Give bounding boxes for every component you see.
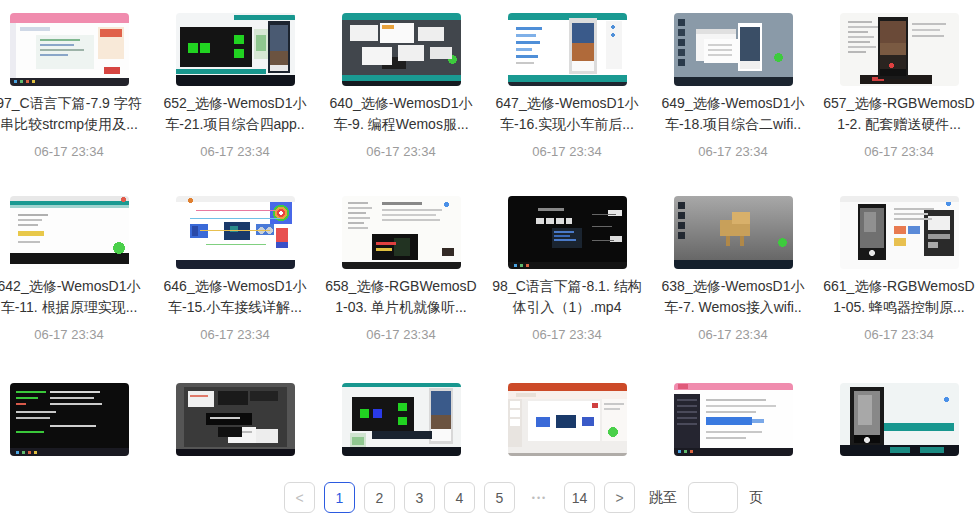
page-button-1[interactable]: 1: [324, 482, 355, 513]
video-title: 649_选修-WemosD1小车-18.项目综合二wifi..: [657, 93, 809, 135]
video-thumbnail[interactable]: [342, 196, 461, 269]
video-title: 638_选修-WemosD1小车-7. Wemos接入wifi..: [657, 276, 809, 318]
video-title: 657_选修-RGBWemosD1-2. 配套赠送硬件...: [823, 93, 975, 135]
video-card[interactable]: 657_选修-RGBWemosD1-2. 配套赠送硬件... 06-17 23:…: [816, 13, 976, 159]
video-date: 06-17 23:34: [0, 144, 152, 159]
video-thumbnail[interactable]: [342, 383, 461, 456]
video-thumbnail[interactable]: [10, 383, 129, 456]
video-thumbnail[interactable]: [674, 196, 793, 269]
video-grid-row-1: 97_C语言下篇-7.9 字符串比较strcmp使用及... 06-17 23:…: [0, 13, 976, 159]
video-thumbnail[interactable]: [176, 383, 295, 456]
video-date: 06-17 23:34: [816, 144, 976, 159]
video-thumbnail[interactable]: [342, 13, 461, 86]
video-card[interactable]: 638_选修-WemosD1小车-7. Wemos接入wifi.. 06-17 …: [650, 196, 816, 342]
video-card[interactable]: 652_选修-WemosD1小车-21.项目综合四app.. 06-17 23:…: [152, 13, 318, 159]
video-thumbnail[interactable]: [176, 196, 295, 269]
pagination-ellipsis[interactable]: •••: [524, 493, 555, 503]
page-button-3[interactable]: 3: [404, 482, 435, 513]
video-title: 640_选修-WemosD1小车-9. 编程Wemos服...: [325, 93, 477, 135]
video-grid-row-2: 642_选修-WemosD1小车-11. 根据原理实现... 06-17 23:…: [0, 196, 976, 342]
video-card[interactable]: [650, 383, 816, 456]
video-card[interactable]: 661_选修-RGBWemosD1-05. 蜂鸣器控制原... 06-17 23…: [816, 196, 976, 342]
video-title: 98_C语言下篇-8.1. 结构体引入（1）.mp4: [491, 276, 643, 318]
page-button-5[interactable]: 5: [484, 482, 515, 513]
video-thumbnail[interactable]: [508, 196, 627, 269]
video-date: 06-17 23:34: [484, 327, 650, 342]
video-date: 06-17 23:34: [152, 144, 318, 159]
jump-page-input[interactable]: [688, 482, 738, 513]
video-title: 642_选修-WemosD1小车-11. 根据原理实现...: [0, 276, 145, 318]
video-date: 06-17 23:34: [484, 144, 650, 159]
video-card[interactable]: 97_C语言下篇-7.9 字符串比较strcmp使用及... 06-17 23:…: [0, 13, 152, 159]
video-card[interactable]: 647_选修-WemosD1小车-16.实现小车前后... 06-17 23:3…: [484, 13, 650, 159]
video-card[interactable]: 658_选修-RGBWemosD1-03. 单片机就像听... 06-17 23…: [318, 196, 484, 342]
video-date: 06-17 23:34: [0, 327, 152, 342]
video-date: 06-17 23:34: [318, 327, 484, 342]
video-thumbnail[interactable]: [840, 13, 959, 86]
video-card[interactable]: 640_选修-WemosD1小车-9. 编程Wemos服... 06-17 23…: [318, 13, 484, 159]
video-date: 06-17 23:34: [152, 327, 318, 342]
video-thumbnail[interactable]: [674, 13, 793, 86]
video-card[interactable]: 649_选修-WemosD1小车-18.项目综合二wifi.. 06-17 23…: [650, 13, 816, 159]
video-thumbnail[interactable]: [10, 196, 129, 269]
video-title: 652_选修-WemosD1小车-21.项目综合四app..: [159, 93, 311, 135]
video-title: 97_C语言下篇-7.9 字符串比较strcmp使用及...: [0, 93, 145, 135]
jump-to-label: 跳至: [649, 489, 677, 507]
video-grid-row-3: [0, 383, 976, 456]
video-thumbnail[interactable]: [508, 13, 627, 86]
video-thumbnail[interactable]: [176, 13, 295, 86]
video-title: 661_选修-RGBWemosD1-05. 蜂鸣器控制原...: [823, 276, 975, 318]
video-title: 658_选修-RGBWemosD1-03. 单片机就像听...: [325, 276, 477, 318]
video-title: 646_选修-WemosD1小车-15.小车接线详解...: [159, 276, 311, 318]
video-card[interactable]: [318, 383, 484, 456]
video-date: 06-17 23:34: [650, 327, 816, 342]
video-thumbnail[interactable]: [10, 13, 129, 86]
video-card[interactable]: 646_选修-WemosD1小车-15.小车接线详解... 06-17 23:3…: [152, 196, 318, 342]
video-thumbnail[interactable]: [508, 383, 627, 456]
video-card[interactable]: [484, 383, 650, 456]
next-page-button[interactable]: >: [604, 482, 635, 513]
video-title: 647_选修-WemosD1小车-16.实现小车前后...: [491, 93, 643, 135]
video-card[interactable]: [0, 383, 152, 456]
video-card[interactable]: [152, 383, 318, 456]
video-date: 06-17 23:34: [318, 144, 484, 159]
video-list-page: 97_C语言下篇-7.9 字符串比较strcmp使用及... 06-17 23:…: [0, 0, 976, 516]
video-thumbnail[interactable]: [674, 383, 793, 456]
video-thumbnail[interactable]: [840, 196, 959, 269]
pagination: < 1 2 3 4 5 ••• 14 > 跳至 页: [284, 482, 763, 513]
page-button-2[interactable]: 2: [364, 482, 395, 513]
video-card[interactable]: [816, 383, 976, 456]
video-date: 06-17 23:34: [816, 327, 976, 342]
page-button-4[interactable]: 4: [444, 482, 475, 513]
video-card[interactable]: 98_C语言下篇-8.1. 结构体引入（1）.mp4 06-17 23:34: [484, 196, 650, 342]
page-button-14[interactable]: 14: [564, 482, 595, 513]
prev-page-button[interactable]: <: [284, 482, 315, 513]
page-unit-label: 页: [749, 489, 763, 507]
video-card[interactable]: 642_选修-WemosD1小车-11. 根据原理实现... 06-17 23:…: [0, 196, 152, 342]
video-thumbnail[interactable]: [840, 383, 959, 456]
video-date: 06-17 23:34: [650, 144, 816, 159]
